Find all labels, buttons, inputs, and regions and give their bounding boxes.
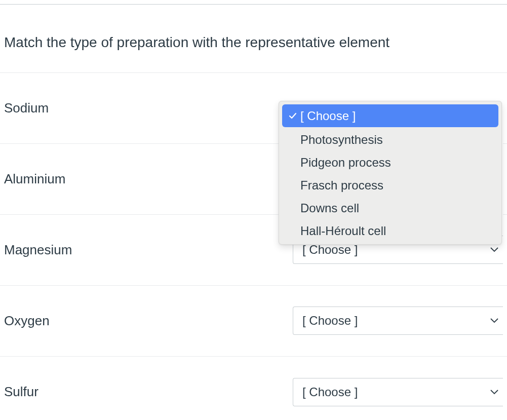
match-label: Sodium <box>4 100 293 116</box>
match-label: Magnesium <box>4 242 293 258</box>
dropdown-option-choose[interactable]: [ Choose ] <box>282 104 498 127</box>
option-label: Frasch process <box>300 178 494 193</box>
dropdown-option-pidgeon[interactable]: Pidgeon process <box>279 151 501 174</box>
option-label: Downs cell <box>300 201 494 215</box>
match-label: Aluminium <box>4 171 293 187</box>
option-label: Pidgeon process <box>300 156 494 170</box>
check-icon <box>285 111 300 121</box>
select-value: [ Choose ] <box>302 385 358 399</box>
chevron-down-icon <box>490 245 499 254</box>
answer-select-sulfur[interactable]: [ Choose ] <box>293 378 503 406</box>
dropdown-menu[interactable]: [ Choose ] Photosynthesis Pidgeon proces… <box>279 101 502 245</box>
select-value: [ Choose ] <box>302 314 358 328</box>
option-label: Photosynthesis <box>300 133 494 147</box>
answer-select-oxygen[interactable]: [ Choose ] <box>293 307 503 335</box>
chevron-down-icon <box>490 388 499 397</box>
select-value: [ Choose ] <box>302 243 358 257</box>
dropdown-option-photosynthesis[interactable]: Photosynthesis <box>279 128 501 151</box>
question-prompt: Match the type of preparation with the r… <box>0 5 507 72</box>
option-label: [ Choose ] <box>300 109 491 123</box>
dropdown-option-hall-heroult[interactable]: Hall-Héroult cell <box>279 219 501 242</box>
chevron-down-icon <box>490 316 499 325</box>
match-row-oxygen: Oxygen [ Choose ] <box>0 286 507 357</box>
match-label: Sulfur <box>4 384 293 400</box>
match-label: Oxygen <box>4 313 293 329</box>
option-label: Hall-Héroult cell <box>300 224 494 238</box>
dropdown-option-downs[interactable]: Downs cell <box>279 197 501 219</box>
dropdown-option-frasch[interactable]: Frasch process <box>279 174 501 197</box>
match-row-sulfur: Sulfur [ Choose ] <box>0 357 507 420</box>
